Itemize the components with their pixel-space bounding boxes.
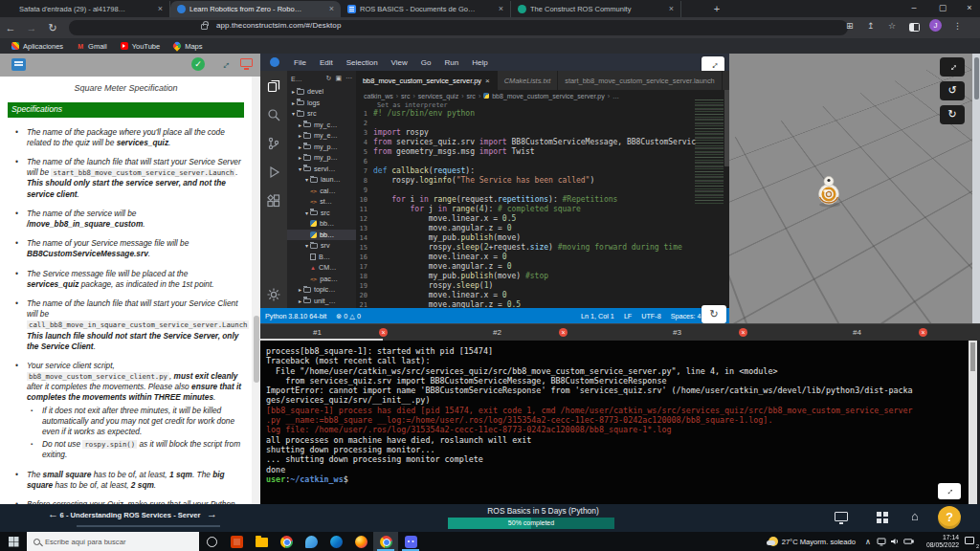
- code-area[interactable]: 1#! /usr/bin/env python23import rospy4fr…: [356, 109, 729, 308]
- desktop-view-icon[interactable]: [835, 512, 848, 521]
- source-control-icon[interactable]: [266, 136, 281, 151]
- start-button[interactable]: [0, 532, 27, 551]
- tree-item[interactable]: ▸unit_…: [287, 296, 356, 307]
- clock[interactable]: 17:14 08/05/2022: [919, 534, 959, 549]
- volume-icon[interactable]: [888, 532, 902, 551]
- battery-icon[interactable]: [902, 532, 915, 551]
- check-status-icon[interactable]: ✓: [191, 57, 205, 71]
- firefox-icon[interactable]: [348, 532, 373, 551]
- notebook-icon[interactable]: [11, 58, 26, 71]
- editor-tab[interactable]: start_bb8_move_custom_service_server.lau…: [558, 71, 723, 90]
- menu-run[interactable]: Run: [437, 58, 465, 67]
- window-close-button[interactable]: ×: [959, 2, 980, 15]
- notebook-scrollbar-thumb[interactable]: [254, 316, 259, 383]
- breadcrumb-item[interactable]: …: [612, 93, 619, 99]
- share-icon[interactable]: ↥: [867, 21, 875, 31]
- bookmark-star-icon[interactable]: ☆: [888, 21, 896, 31]
- notebook-scrollbar[interactable]: [252, 77, 260, 504]
- breadcrumb-item[interactable]: services_quiz: [418, 93, 458, 99]
- terminal-tab-close-icon[interactable]: ×: [379, 328, 388, 337]
- weather-widget[interactable]: 27°C Mayorm. soleado: [768, 537, 856, 546]
- gazebo-3d-view[interactable]: [729, 54, 972, 323]
- gazebo-reset-view-button[interactable]: ↺: [940, 81, 965, 100]
- padlock-icon[interactable]: [201, 24, 208, 30]
- terminal-tab-close-icon[interactable]: ×: [739, 328, 747, 337]
- menu-view[interactable]: View: [385, 58, 414, 67]
- translate-icon[interactable]: ⊞: [846, 21, 854, 31]
- tree-item[interactable]: <>cal…: [287, 186, 356, 197]
- menu-go[interactable]: Go: [414, 58, 438, 67]
- discord-icon[interactable]: [398, 532, 423, 551]
- tree-item[interactable]: <>st…: [287, 196, 356, 208]
- tree-item[interactable]: ▾laun…: [287, 174, 356, 186]
- status-item[interactable]: LF: [619, 312, 636, 320]
- minimap[interactable]: [695, 99, 724, 205]
- home-icon[interactable]: ⌂: [911, 509, 919, 523]
- bookmark-maps[interactable]: Maps: [173, 42, 202, 51]
- forward-button[interactable]: →: [21, 22, 42, 33]
- tree-item[interactable]: bb…: [287, 230, 356, 241]
- terminal-tab[interactable]: #3×: [620, 324, 800, 341]
- editor-tab[interactable]: CMakeLists.txt: [498, 71, 558, 90]
- editor-tab[interactable]: bb8_move_custom_service_server.py×: [356, 71, 498, 90]
- collapse-folders-icon[interactable]: ▣: [335, 75, 342, 82]
- paint3d-icon[interactable]: [299, 532, 323, 551]
- menu-selection[interactable]: Selection: [340, 58, 385, 67]
- side-panel-icon[interactable]: [909, 23, 920, 32]
- tree-item[interactable]: ▸devel: [287, 86, 356, 98]
- explorer-icon[interactable]: [266, 78, 281, 94]
- breadcrumb-item[interactable]: src: [401, 93, 410, 99]
- refresh-explorer-icon[interactable]: ↻: [326, 75, 332, 82]
- breadcrumb-item[interactable]: src: [467, 93, 476, 99]
- address-bar[interactable]: [69, 20, 848, 35]
- status-item[interactable]: UTF-8: [636, 312, 665, 320]
- breadcrumb-item[interactable]: bb8_move_custom_service_server.py: [492, 93, 605, 99]
- terminal-tab-close-icon[interactable]: ×: [559, 328, 568, 337]
- browser-tab[interactable]: The Construct ROS Community×: [511, 1, 681, 17]
- terminal-output[interactable]: process[bb8_square-1]: started with pid …: [260, 341, 969, 504]
- chrome-active-icon[interactable]: [373, 532, 398, 551]
- action-center-icon[interactable]: 2: [963, 532, 978, 551]
- url-text[interactable]: app.theconstructsim.com/#/Desktop: [216, 21, 341, 30]
- browser-menu-icon[interactable]: ⋮: [953, 21, 962, 31]
- gazebo-sync-button[interactable]: ↻: [940, 105, 965, 124]
- tab-close-icon[interactable]: ×: [669, 5, 674, 13]
- tree-item[interactable]: ▸logs: [287, 98, 356, 109]
- back-button[interactable]: ←: [0, 22, 21, 33]
- breadcrumb[interactable]: catkin_ws›src›services_quiz›src›bb8_move…: [356, 90, 729, 101]
- profile-avatar[interactable]: J: [929, 19, 942, 32]
- more-actions-icon[interactable]: ⋯: [345, 75, 352, 82]
- run-debug-icon[interactable]: [266, 165, 281, 180]
- menu-file[interactable]: File: [287, 58, 313, 67]
- search-icon[interactable]: [266, 107, 281, 122]
- code-lens[interactable]: Set as interpreter: [356, 101, 729, 109]
- status-item[interactable]: Spaces: 4: [666, 312, 706, 320]
- expand-notebook-icon[interactable]: ↔: [218, 57, 232, 71]
- page-scrollbar-thumb[interactable]: [974, 57, 979, 99]
- breadcrumb-item[interactable]: catkin_ws: [364, 93, 393, 99]
- extensions-icon[interactable]: [266, 193, 281, 209]
- browser-tab[interactable]: ROS BASICS - Documents de Go…×: [341, 1, 511, 17]
- tree-item[interactable]: ▸my_p…: [287, 142, 356, 153]
- file-explorer-icon[interactable]: [249, 532, 274, 551]
- status-item[interactable]: Python 3.8.10 64-bit: [260, 312, 331, 320]
- tree-item[interactable]: ▲CM…: [287, 262, 356, 274]
- terminal-prompt[interactable]: user:~/catkin_ws$: [266, 474, 969, 484]
- display-icon[interactable]: [240, 58, 253, 67]
- tab-close-icon[interactable]: ×: [158, 5, 163, 13]
- apps-grid-icon[interactable]: [877, 512, 888, 523]
- tree-item[interactable]: ▾src: [287, 208, 356, 219]
- next-lesson-button[interactable]: →: [207, 508, 217, 519]
- tray-chevron-icon[interactable]: ∧: [861, 532, 875, 551]
- bookmark-aplicaciones[interactable]: Aplicaciones: [11, 42, 63, 51]
- tree-item[interactable]: ▾srv: [287, 240, 356, 252]
- network-icon[interactable]: [875, 532, 888, 551]
- tree-item[interactable]: B…: [287, 252, 356, 263]
- tab-close-icon[interactable]: ×: [329, 5, 334, 13]
- bookmark-youtube[interactable]: YouTube: [121, 42, 160, 51]
- tab-close-icon[interactable]: ×: [499, 5, 503, 13]
- status-item[interactable]: Ln 1, Col 1: [576, 312, 619, 320]
- taskbar-search-box[interactable]: Escribe aquí para buscar: [27, 532, 199, 551]
- menu-edit[interactable]: Edit: [313, 58, 340, 67]
- tree-item[interactable]: ▸my_e…: [287, 130, 356, 142]
